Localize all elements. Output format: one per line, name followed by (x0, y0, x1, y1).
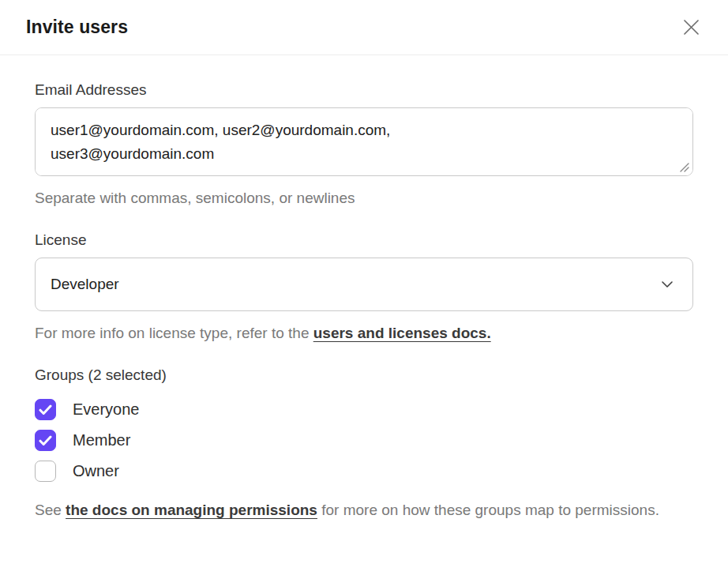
everyone-checkbox[interactable] (35, 399, 56, 420)
license-select[interactable]: Developer (35, 258, 693, 311)
dialog-body: Email Addresses user1@yourdomain.com, us… (0, 55, 728, 521)
managing-permissions-link[interactable]: the docs on managing permissions (66, 502, 317, 518)
email-addresses-textarea[interactable]: user1@yourdomain.com, user2@yourdomain.c… (35, 107, 693, 176)
dialog-title: Invite users (26, 17, 128, 38)
groups-field: Groups (2 selected) Everyone (35, 367, 693, 521)
email-textarea-wrap: user1@yourdomain.com, user2@yourdomain.c… (35, 107, 693, 176)
email-helper-text: Separate with commas, semicolons, or new… (35, 186, 693, 209)
owner-checkbox[interactable] (35, 461, 56, 482)
check-icon (39, 466, 52, 477)
users-licenses-docs-link[interactable]: users and licenses docs. (313, 325, 491, 341)
groups-helper-text: See the docs on managing permissions for… (35, 498, 693, 521)
groups-helper-prefix: See (35, 502, 66, 518)
group-option-label: Owner (73, 462, 119, 480)
check-icon (39, 435, 52, 446)
group-option-member[interactable]: Member (35, 430, 693, 451)
license-label: License (35, 231, 693, 249)
license-helper-prefix: For more info on license type, refer to … (35, 325, 313, 341)
chevron-down-icon (661, 280, 674, 288)
license-selected-value: Developer (51, 276, 119, 293)
close-button[interactable] (680, 17, 702, 39)
group-option-label: Member (73, 431, 130, 449)
email-addresses-field: Email Addresses user1@yourdomain.com, us… (35, 81, 693, 209)
member-checkbox[interactable] (35, 430, 56, 451)
license-helper-text: For more info on license type, refer to … (35, 321, 693, 344)
group-option-everyone[interactable]: Everyone (35, 399, 693, 420)
group-option-owner[interactable]: Owner (35, 461, 693, 482)
email-addresses-label: Email Addresses (35, 81, 693, 99)
dialog-header: Invite users (0, 0, 728, 55)
group-option-label: Everyone (73, 400, 140, 419)
check-icon (39, 404, 52, 415)
groups-label: Groups (2 selected) (35, 367, 693, 384)
license-field: License Developer For more info on licen… (35, 231, 693, 344)
invite-users-dialog: Invite users Email Addresses user1@yourd… (0, 0, 728, 564)
close-icon (682, 18, 700, 36)
groups-helper-suffix: for more on how these groups map to perm… (317, 502, 659, 518)
